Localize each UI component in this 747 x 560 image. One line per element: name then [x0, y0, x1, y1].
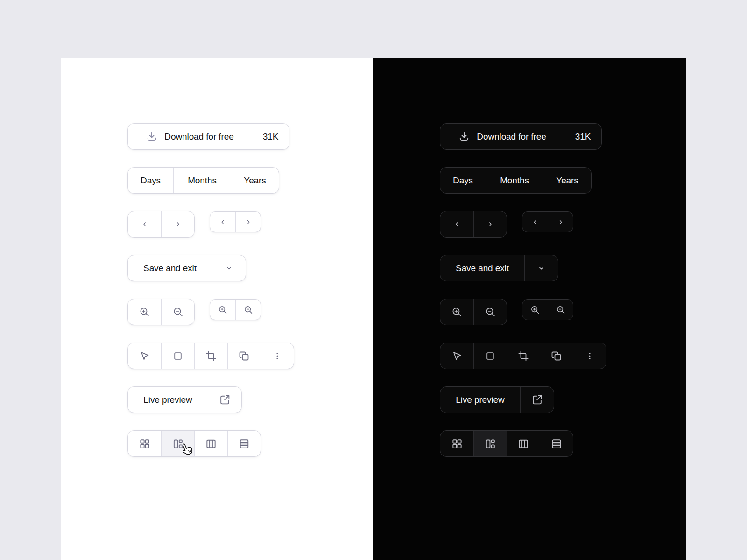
previous-button[interactable]: [128, 211, 161, 237]
tab-months[interactable]: Months: [173, 168, 231, 193]
crop-tool-button[interactable]: [507, 343, 540, 369]
sidebar-layout-button[interactable]: [161, 431, 194, 456]
rectangle-icon: [485, 350, 496, 362]
previous-button[interactable]: [522, 212, 548, 232]
download-count-badge[interactable]: 31K: [252, 124, 289, 149]
tab-days[interactable]: Days: [128, 168, 173, 193]
pagination-group-small: [522, 211, 573, 232]
kebab-menu-icon: [272, 350, 283, 362]
download-button-group: Download for free 31K: [440, 123, 602, 150]
chevron-right-icon: [245, 219, 252, 225]
more-options-button[interactable]: [261, 343, 294, 369]
zoom-group-small: [522, 299, 573, 320]
rows-layout-button[interactable]: [540, 431, 573, 456]
period-segmented-control: Days Months Years: [127, 167, 279, 194]
dark-component-stack: Download for free 31K Days Months Years: [440, 123, 683, 474]
download-button-group: Download for free 31K: [127, 123, 289, 150]
copy-icon: [239, 350, 250, 362]
columns-layout-button[interactable]: [507, 431, 540, 456]
live-preview-group: Live preview: [127, 386, 242, 413]
download-button[interactable]: Download for free: [128, 124, 252, 149]
grid-layout-icon: [139, 438, 151, 450]
zoom-out-button[interactable]: [161, 299, 194, 325]
download-button[interactable]: Download for free: [440, 124, 564, 149]
columns-layout-icon: [517, 438, 529, 450]
chevron-right-icon: [487, 221, 494, 228]
next-button[interactable]: [548, 212, 573, 232]
open-external-button[interactable]: [520, 387, 554, 413]
rows-layout-icon: [550, 438, 563, 450]
save-options-dropdown-button[interactable]: [524, 255, 558, 281]
zoom-out-button[interactable]: [548, 300, 573, 320]
select-tool-button[interactable]: [128, 343, 161, 369]
tab-months[interactable]: Months: [486, 168, 543, 193]
tools-toolbar: [127, 343, 294, 369]
chevron-right-icon: [557, 219, 564, 225]
previous-button[interactable]: [440, 211, 473, 237]
columns-layout-icon: [205, 438, 217, 450]
zoom-out-icon: [485, 306, 496, 318]
save-options-dropdown-button[interactable]: [212, 255, 246, 281]
save-and-exit-button[interactable]: Save and exit: [128, 255, 212, 281]
copy-tool-button[interactable]: [540, 343, 573, 369]
download-icon: [458, 131, 470, 143]
pagination-group-large: [127, 211, 195, 238]
next-button[interactable]: [235, 212, 261, 232]
chevron-down-icon: [537, 264, 545, 272]
previous-button[interactable]: [210, 212, 235, 232]
tools-toolbar: [440, 343, 606, 369]
copy-icon: [551, 350, 562, 362]
layout-switcher: [127, 430, 261, 457]
chevron-right-icon: [175, 221, 182, 228]
download-icon: [146, 131, 158, 143]
dark-theme-panel: Download for free 31K Days Months Years: [374, 58, 686, 560]
rows-layout-icon: [238, 438, 250, 450]
grid-layout-button[interactable]: [440, 431, 473, 456]
zoom-in-icon: [139, 306, 150, 318]
zoom-in-button[interactable]: [440, 299, 473, 325]
save-split-button: Save and exit: [440, 255, 558, 281]
download-count-badge[interactable]: 31K: [564, 124, 601, 149]
rows-layout-button[interactable]: [227, 431, 261, 456]
columns-layout-button[interactable]: [194, 431, 227, 456]
save-and-exit-button[interactable]: Save and exit: [440, 255, 524, 281]
next-button[interactable]: [473, 211, 507, 237]
live-preview-group: Live preview: [440, 386, 554, 413]
chevron-down-icon: [225, 264, 233, 272]
grid-layout-button[interactable]: [128, 431, 161, 456]
tab-years[interactable]: Years: [543, 168, 591, 193]
zoom-in-icon: [218, 305, 228, 315]
zoom-out-icon: [172, 306, 184, 318]
tab-days[interactable]: Days: [440, 168, 486, 193]
open-external-button[interactable]: [208, 387, 241, 413]
layout-switcher: [440, 430, 573, 457]
rectangle-tool-button[interactable]: [161, 343, 194, 369]
copy-tool-button[interactable]: [227, 343, 261, 369]
next-button[interactable]: [161, 211, 194, 237]
chevron-left-icon: [453, 221, 460, 228]
rectangle-tool-button[interactable]: [473, 343, 507, 369]
crop-tool-button[interactable]: [194, 343, 227, 369]
save-split-button: Save and exit: [127, 255, 246, 281]
light-component-stack: Download for free 31K Days Months Years: [127, 123, 370, 474]
crop-icon: [205, 350, 217, 362]
kebab-menu-icon: [584, 350, 595, 362]
zoom-in-button[interactable]: [128, 299, 161, 325]
sidebar-layout-icon: [172, 438, 184, 450]
zoom-group-large: [127, 299, 195, 325]
zoom-out-button[interactable]: [235, 300, 261, 320]
live-preview-button[interactable]: Live preview: [440, 387, 520, 413]
pointer-icon: [451, 350, 463, 362]
sidebar-layout-icon: [484, 438, 496, 450]
live-preview-button[interactable]: Live preview: [128, 387, 208, 413]
tab-years[interactable]: Years: [231, 168, 279, 193]
sidebar-layout-button[interactable]: [473, 431, 507, 456]
select-tool-button[interactable]: [440, 343, 473, 369]
zoom-out-icon: [556, 305, 566, 315]
zoom-in-button[interactable]: [210, 300, 235, 320]
zoom-in-button[interactable]: [522, 300, 548, 320]
more-options-button[interactable]: [573, 343, 606, 369]
period-segmented-control: Days Months Years: [440, 167, 592, 194]
zoom-out-button[interactable]: [473, 299, 507, 325]
download-label: Download for free: [477, 132, 546, 142]
